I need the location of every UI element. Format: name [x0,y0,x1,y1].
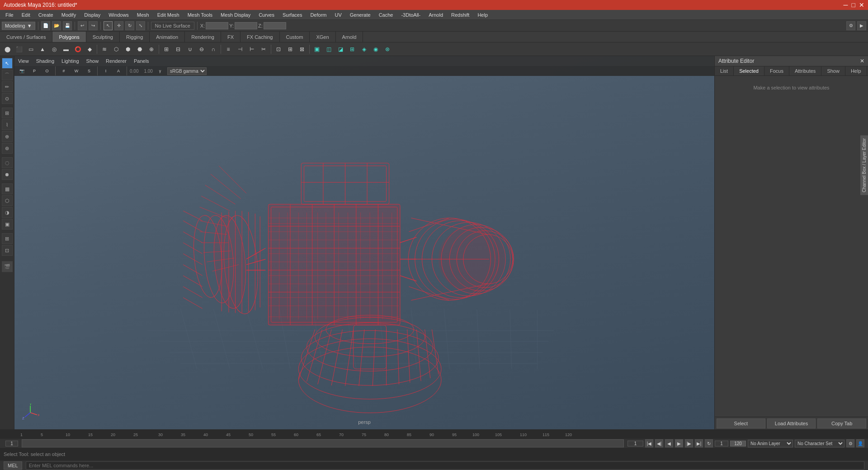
go-end-btn[interactable]: ▶| [695,439,703,447]
timeline-ruler[interactable]: 1 5 10 15 20 25 30 35 40 45 50 55 60 65 … [0,430,868,439]
boolean-int-btn[interactable]: ∩ [208,44,219,55]
open-btn[interactable]: 📂 [52,21,61,30]
attr-tab-attributes[interactable]: Attributes [789,66,821,75]
command-input[interactable] [26,461,864,470]
title-bar-controls[interactable]: ─ □ ✕ [844,1,864,9]
load-attributes-btn[interactable]: Load Attributes [767,418,816,428]
copy-tab-btn[interactable]: Copy Tab [817,418,866,428]
sphere-icon-btn[interactable]: ⬤ [2,44,13,55]
menu-uv[interactable]: UV [331,11,345,19]
y-input[interactable] [235,22,257,29]
attr-editor-close[interactable]: ✕ [860,58,864,64]
snap-surface-btn[interactable]: ⊛ [2,143,13,154]
boolean-union-btn[interactable]: ∪ [184,44,195,55]
pivot-btn[interactable]: ⊞ [2,233,13,244]
scale-tool-btn[interactable]: ⤡ [136,21,145,30]
anim-settings-btn[interactable]: ⚙ [846,439,854,447]
tab-fx[interactable]: FX [221,32,241,42]
tab-rigging[interactable]: Rigging [120,32,150,42]
undo-btn[interactable]: ↩ [78,21,87,30]
snap-curve-btn[interactable]: ⌇ [2,119,13,130]
sym-select-btn[interactable]: ⊛ [382,44,393,55]
attr-tab-help[interactable]: Help [845,66,867,75]
smooth-icon-btn[interactable]: ≋ [99,44,110,55]
tab-rendering[interactable]: Rendering [185,32,221,42]
tab-arnold[interactable]: Arnold [336,32,363,42]
tab-xgen[interactable]: XGen [310,32,335,42]
no-live-surface-btn[interactable]: No Live Surface [151,22,194,30]
menu-edit-mesh[interactable]: Edit Mesh [154,11,183,19]
rotate-tool-btn[interactable]: ↻ [125,21,134,30]
char-set-select[interactable]: No Character Set [795,440,844,447]
x-input[interactable] [206,22,228,29]
select-mode-btn[interactable]: ↖ [2,58,13,69]
plane-icon-btn[interactable]: ▬ [61,44,71,55]
prev-frame-btn[interactable]: ◀| [655,439,663,447]
viewport[interactable]: View Shading Lighting Show Renderer Pane… [14,56,714,429]
smooth-shade-btn[interactable]: ◑ [2,207,13,218]
attr-tab-list[interactable]: List [715,66,734,75]
render-btn[interactable]: ▶ [857,21,866,30]
lasso-btn[interactable]: ⌒ [2,70,13,80]
vert-select-btn[interactable]: ◪ [335,44,346,55]
menu-mesh[interactable]: Mesh [133,11,153,19]
uv-unfold-btn[interactable]: ⊡ [273,44,284,55]
combine-btn[interactable]: ⊞ [161,44,172,55]
multi-cut-btn[interactable]: ✂ [258,44,269,55]
range-end-input[interactable]: 120 [730,441,746,446]
prism-icon-btn[interactable]: ◆ [84,44,95,55]
sculpt-btn[interactable]: ⊙ [2,93,13,104]
new-scene-btn[interactable]: 📄 [41,21,50,30]
paint-select-btn[interactable]: ◈ [359,44,369,55]
menu-cache[interactable]: Cache [375,11,397,19]
mode-selector[interactable]: Modeling ▼ [2,22,35,30]
soft-select-btn[interactable]: ◉ [370,44,381,55]
redo-btn[interactable]: ↪ [89,21,98,30]
char-set-btn[interactable]: 👤 [856,439,864,447]
select-footer-btn[interactable]: Select [717,418,765,428]
select-tool-btn[interactable]: ↖ [104,21,113,30]
cone-icon-btn[interactable]: ▲ [37,44,48,55]
maximize-btn[interactable]: □ [852,1,855,9]
play-back-btn[interactable]: ◀ [665,439,673,447]
anim-layer-select[interactable]: No Anim Layer [748,440,793,447]
move-tool-btn[interactable]: ✛ [114,21,123,30]
torus-icon-btn[interactable]: ◎ [49,44,60,55]
menu-3dto-all[interactable]: -3DtoAll- [397,11,424,19]
render-view-btn[interactable]: 🎬 [2,261,13,272]
attr-tab-show[interactable]: Show [821,66,845,75]
menu-mesh-display[interactable]: Mesh Display [217,11,254,19]
grid-display-btn[interactable]: ▦ [2,183,13,194]
menu-arnold[interactable]: Arnold [425,11,447,19]
menu-surfaces[interactable]: Surfaces [279,11,306,19]
snap-point-btn[interactable]: ⊕ [2,131,13,142]
face-select-btn[interactable]: ▣ [311,44,322,55]
uv-select-btn[interactable]: ⊞ [347,44,358,55]
menu-mesh-tools[interactable]: Mesh Tools [184,11,216,19]
range-start-input[interactable]: 1 [715,441,728,446]
attr-tab-selected[interactable]: Selected [734,66,764,75]
attr-tab-focus[interactable]: Focus [764,66,789,75]
go-start-btn[interactable]: |◀ [645,439,653,447]
menu-curves[interactable]: Curves [255,11,278,19]
tab-polygons[interactable]: Polygons [52,32,86,42]
snap-grid-btn[interactable]: ⊞ [2,108,13,118]
menu-windows[interactable]: Windows [105,11,132,19]
current-frame-input[interactable]: 1 [627,441,643,446]
uv-layout-btn[interactable]: ⊞ [285,44,296,55]
wire-btn[interactable]: ⬡ [2,195,13,206]
menu-display[interactable]: Display [80,11,104,19]
save-btn[interactable]: 💾 [63,21,72,30]
history-btn[interactable]: ⏺ [2,169,13,180]
menu-deform[interactable]: Deform [307,11,330,19]
separate-btn[interactable]: ⊟ [173,44,184,55]
bridge-icon-btn[interactable]: ⬣ [134,44,145,55]
uv-cut-btn[interactable]: ⊠ [297,44,307,55]
disk-icon-btn[interactable]: ⭕ [72,44,83,55]
loop-btn[interactable]: ↻ [705,439,713,447]
cube-icon-btn[interactable]: ⬛ [14,44,24,55]
menu-modify[interactable]: Modify [58,11,80,19]
paint-btn[interactable]: ✏ [2,81,13,92]
menu-redshift[interactable]: Redshift [448,11,473,19]
insert-edge-btn[interactable]: ⊣ [235,44,245,55]
